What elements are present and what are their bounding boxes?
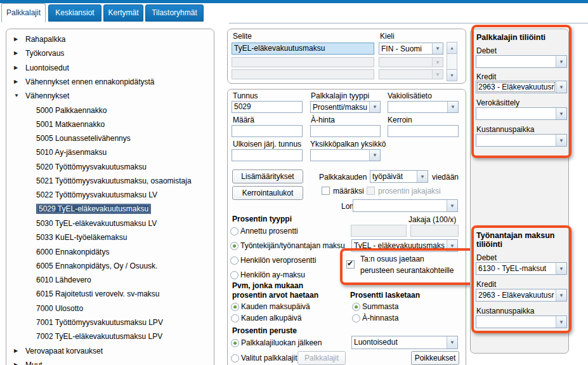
poikkeukset-button[interactable]: Poikkeukset [411,351,459,365]
tree-item-label: 7000 Ulosotto [36,304,83,313]
luokka-select[interactable]: Luontoisedut ▼ [351,336,458,349]
tree-item[interactable]: 5000 Palkkaennakko [7,105,210,118]
tree-collapsed-icon[interactable]: ▶ [14,50,18,56]
tree-collapsed-icon[interactable]: ▶ [14,65,18,70]
ta-kredit-select[interactable]: 2963 - Eläkevakuutusr ▼ [476,289,567,302]
henkilon-ay-maksu-label: Henkilön ay-maksu [240,270,305,279]
henkilon-veroprosentti-radio[interactable] [230,256,238,265]
tree-collapsed-icon[interactable]: ▶ [14,362,18,365]
tab-palkkalajit[interactable]: Palkkalajit [1,3,46,22]
verokasittely-select[interactable]: ▼ [476,107,567,120]
chevron-down-icon: ▼ [556,316,566,328]
tiliointi-kustannuspaikka-select[interactable]: ▼ [476,134,567,147]
description-groupbox: Selite TyEL-eläkevakuutusmaksu Kieli FIN… [227,29,466,84]
tab-tilastoryhmat[interactable]: Tilastoryhmät [145,4,204,22]
tyyppi-label: Palkkalajin tyyppi [311,91,369,100]
tree-item[interactable]: 5010 Ay-jäsenmaksu [7,147,210,160]
tree-item[interactable]: 7000 Ulosotto [7,303,210,316]
ta-debet-select[interactable]: 6130 - TyEL-maksut ▼ [476,262,567,275]
top-accent-bar [0,0,588,3]
tree-item-label: 5010 Ay-jäsenmaksu [36,148,107,157]
ta-kustannuspaikka-select[interactable]: ▼ [476,315,567,328]
tree-item[interactable]: 5033 KuEL-työeläkemaksu [7,232,210,245]
palkkalajit-button: Palkkalajit [297,351,346,365]
scroll-up-icon[interactable]: ▲ [447,42,457,54]
tree-item[interactable]: 5030 TyEL-eläkevakuutusmaksu LV [7,218,210,231]
chevron-down-icon: ▼ [556,108,566,119]
tree-item[interactable]: 5029 TyEL-eläkevakuutusmaksu [7,204,210,217]
jakaja-input-1 [351,225,407,237]
chevron-down-icon: ▼ [556,289,566,301]
kauden-maksupaiva-radio[interactable] [231,303,239,311]
tree-item[interactable]: 5020 Työttömyysvakuutusmaksu [7,162,210,175]
prosentin-jakajaksi-checkbox [367,187,375,195]
tree-item[interactable]: 5001 Matkaennakko [7,119,210,132]
annettu-prosentti-label: Annettu prosentti [240,227,298,236]
kerroin-input[interactable] [388,125,459,137]
tree-collapsed-icon[interactable]: ▶ [14,79,18,84]
wage-type-form-groupbox: Tunnus Palkkalajin tyyppi Vakiolisätieto… [227,89,466,365]
tree-item-label: 6000 Ennakonpidätys [36,248,109,256]
kauden-alkupaiva-radio[interactable] [231,314,239,322]
lisamaaritykset-button[interactable]: Lisämääritykset [232,169,303,183]
maara-input[interactable] [232,125,303,137]
tree-item[interactable]: ▶Rahapalkka [7,34,210,47]
tab-keskiansiot[interactable]: Keskiansiot [48,4,101,22]
annettu-prosentti-radio[interactable] [230,227,238,236]
palkkakauden-select[interactable]: työpäivät ▼ [370,170,428,183]
tree-expanded-icon[interactable]: ▼ [14,93,19,98]
tree-item[interactable]: 5005 Lounassetelivähennys [7,133,210,146]
tree-item[interactable]: ▶Verovapaat korvaukset [7,346,210,359]
kieli-select[interactable]: FIN - Suomi ▼ [379,43,443,55]
tree-item[interactable]: ▶Luontoisedut [7,63,210,76]
prosentin-peruste-header: Prosentin peruste [232,326,297,335]
ta-kustannuspaikka-label: Kustannuspaikka [476,307,534,315]
ta-osuus-checkbox[interactable]: ✔ [346,260,355,269]
tree-item[interactable]: 5022 Työttömyysvakuutusmaksu LV [7,190,210,202]
tree-item-label: 5022 Työttömyysvakuutusmaksu LV [36,190,157,199]
maksu-select[interactable]: TyEL - eläkevakuutusmaks ▼ [351,239,458,252]
tree-item-label: 6015 Rajoitetusti verovelv. sv-maksu [36,289,160,298]
tree-item[interactable]: 7001 Työttömyysvakuutusmaksu LPV [7,317,210,330]
tree-collapsed-icon[interactable]: ▶ [14,36,18,42]
tiliointi-kredit-select[interactable]: 2963 - Eläkevakuutusr ▼ [476,81,567,93]
selite-input[interactable]: TyEL-eläkevakuutusmaksu [232,43,374,55]
tiliointi-debet-select[interactable]: ▼ [476,55,567,68]
tree-item-label: 5005 Lounassetelivähennys [36,134,131,143]
scroll-down-icon[interactable]: ▼ [447,69,457,81]
maaraksi-checkbox[interactable] [322,187,330,195]
tyyppi-select[interactable]: Prosentti/maksu ▼ [310,101,381,113]
prosentin-tyyppi-header: Prosentin tyyppi [232,215,292,223]
tunnus-input[interactable]: 5029 [232,101,303,113]
vakiolisatieto-select[interactable]: ▼ [388,101,459,113]
tree-item[interactable]: 6000 Ennakonpidätys [7,247,210,260]
tree-item[interactable]: 5021 Työttömyysvakuutusmaksu, osaomistaj… [7,176,210,189]
tree-item[interactable]: ▶Vähennykset ennen ennakonpidätystä [7,77,210,90]
tree-item-label: Vähennykset [25,91,69,100]
tree-item[interactable]: 6015 Rajoitetusti verovelv. sv-maksu [7,289,210,302]
tree-item[interactable]: ▶Muut [7,360,210,365]
valitut-palkkalajit-radio[interactable] [231,354,239,362]
tree-item-label: 5030 TyEL-eläkevakuutusmaksu LV [36,219,157,228]
tyontekijan-maksu-radio[interactable] [230,242,238,250]
verokasittely-label: Verokäsittely [476,98,519,107]
tree-item[interactable]: ▼Vähennykset [7,91,210,103]
ulkoinen-input[interactable] [232,149,303,161]
loma-select[interactable]: ▼ [353,199,458,212]
tree-item[interactable]: 6005 Ennakonpidätys, Oy / Osuusk. [7,261,210,274]
a-hinnasta-radio[interactable] [352,314,360,322]
summasta-radio[interactable] [352,303,360,311]
tab-kertymat[interactable]: Kertymät [103,4,143,22]
tree-item[interactable]: 6010 Lähdevero [7,275,210,288]
tree-item[interactable]: 7002 TyEL-eläkevakuutusmaksu LPV [7,331,210,344]
tree-item[interactable]: ▶Työkorvaus [7,48,210,61]
kerrointaulukot-button[interactable]: Kerrointaulukot [232,186,303,200]
ahinta-input[interactable] [310,125,381,137]
selite-input-row3 [232,69,374,79]
palkkalajiluokan-radio[interactable] [231,339,239,347]
a-hinnasta-label: À-hinnasta [362,314,398,322]
henkilon-ay-maksu-radio[interactable] [230,271,238,279]
summasta-label: Summasta [362,302,398,311]
yksikko-select[interactable]: ▼ [310,149,381,161]
tree-collapsed-icon[interactable]: ▶ [14,348,18,354]
